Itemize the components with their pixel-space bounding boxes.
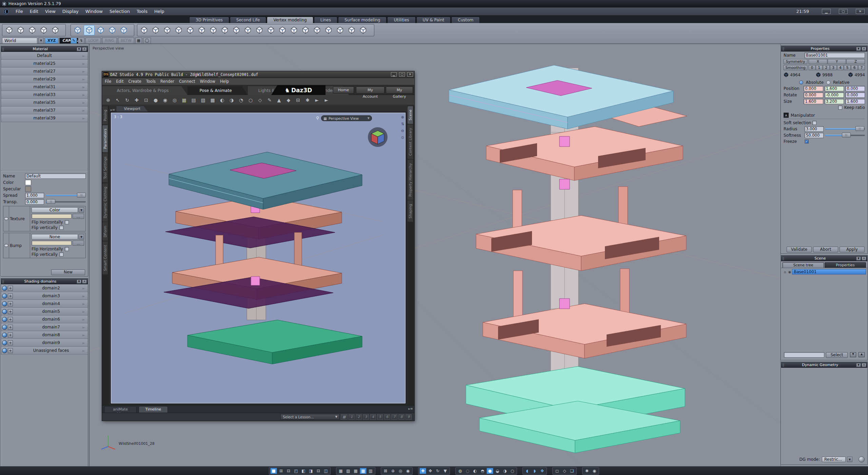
axis-button[interactable]: Z: [846, 59, 865, 64]
cube-primitive-icon[interactable]: [72, 25, 83, 35]
displace-tool-icon[interactable]: [335, 25, 346, 35]
smoothing-level-button[interactable]: 0: [809, 65, 815, 70]
close-icon[interactable]: ✕: [856, 9, 865, 14]
daz-titlebar[interactable]: DS DAZ Studio 4.9 Pro Public Build - Zdg…: [102, 71, 414, 78]
bump-mode-select[interactable]: None: [32, 234, 78, 240]
lesson-number-button[interactable]: 5: [377, 414, 383, 420]
edge-tool-icon[interactable]: [300, 25, 311, 35]
material-panel-header[interactable]: ⣿ Material ▼ ✕: [1, 46, 88, 52]
shading-domain-row[interactable]: +domain6►: [1, 316, 88, 323]
flat-sphere-icon[interactable]: ◐: [472, 468, 478, 474]
texture-icon[interactable]: ▧: [199, 96, 207, 104]
wireframe-sphere-icon[interactable]: ◍: [457, 468, 463, 474]
flip-v-checkbox[interactable]: [59, 252, 63, 256]
thickness-tool-icon[interactable]: [196, 25, 207, 35]
grid-paper-icon[interactable]: ▦: [337, 468, 344, 474]
lock-icon[interactable]: ⌂: [783, 270, 787, 274]
texture-browse-button[interactable]: ...: [73, 214, 84, 219]
ribbon-tab[interactable]: Utilities: [387, 17, 415, 23]
daz-side-tab[interactable]: Tool Settings: [102, 153, 108, 183]
menu-item[interactable]: File: [105, 79, 111, 84]
scene-tree-row[interactable]: ⌂ ◉ Base01001: [783, 269, 866, 275]
close-icon[interactable]: ✕: [407, 72, 413, 77]
add-icon[interactable]: +: [8, 348, 13, 353]
extrude-tool-icon[interactable]: [139, 25, 150, 35]
dissolve-tool-icon[interactable]: [289, 25, 299, 35]
copy-tool-icon[interactable]: [265, 25, 276, 35]
collapse-icon[interactable]: ▼: [856, 47, 861, 51]
bridge-tool-icon[interactable]: [162, 25, 173, 35]
up-arrow-icon[interactable]: ▲: [859, 352, 865, 357]
center-selection-icon[interactable]: ⊕: [390, 468, 396, 474]
shading-domain-row[interactable]: +domain5►: [1, 308, 88, 316]
texture-mode-select[interactable]: Color: [32, 207, 78, 213]
universal-manipulator-icon[interactable]: ✚: [419, 468, 426, 474]
world-select[interactable]: World: [2, 38, 37, 44]
weld-tool-icon[interactable]: [277, 25, 288, 35]
material-ball-icon[interactable]: [859, 456, 865, 462]
lasso-icon[interactable]: ↯: [78, 38, 84, 44]
transp-field[interactable]: 0.000: [25, 199, 44, 205]
lesson-number-button[interactable]: 4: [370, 414, 376, 420]
scale-tool-icon[interactable]: ⊡: [142, 96, 150, 104]
soft-selection-checkbox[interactable]: [812, 121, 816, 125]
bevel-tool-icon[interactable]: [150, 25, 161, 35]
home-button[interactable]: Home: [333, 87, 354, 94]
menu-item[interactable]: Render: [160, 79, 174, 84]
close-icon[interactable]: ✕: [862, 363, 866, 367]
look-at-icon[interactable]: ◉: [405, 468, 411, 474]
material-row[interactable]: material29►: [1, 75, 88, 83]
collapse-icon[interactable]: ▼: [856, 256, 861, 261]
group-icon[interactable]: ◇: [256, 96, 264, 104]
align-icon[interactable]: ▤: [190, 96, 198, 104]
softness-field[interactable]: 50.000: [805, 133, 824, 138]
my-account-button[interactable]: My Account: [356, 87, 384, 94]
relative-radio[interactable]: [826, 80, 830, 84]
boolean-tool-icon[interactable]: [231, 25, 242, 35]
close-icon[interactable]: ✕: [862, 256, 866, 261]
expand-arrow-icon[interactable]: ►: [82, 70, 85, 73]
drop-down-icon[interactable]: ▼: [442, 468, 449, 474]
axis-button[interactable]: Y: [828, 59, 846, 64]
expand-arrow-icon[interactable]: ►: [82, 77, 85, 81]
dg-mode-select[interactable]: Restric...: [822, 457, 846, 462]
material-row[interactable]: material25►: [1, 60, 88, 68]
new-material-button[interactable]: New: [51, 269, 85, 275]
bump-dropdown-icon[interactable]: ▼: [79, 234, 84, 240]
menu-item[interactable]: File: [16, 9, 23, 14]
duplicate-display-icon[interactable]: ❏: [569, 468, 575, 474]
material-row[interactable]: material37►: [1, 107, 88, 114]
x-value-field[interactable]: 0.000: [804, 86, 823, 91]
z-value-field[interactable]: 1.600: [845, 99, 865, 104]
x-value-field[interactable]: 1.600: [804, 99, 823, 104]
color-swatch[interactable]: [25, 180, 31, 185]
hexagon-viewport[interactable]: Perspective view: [89, 44, 781, 466]
smoothing-level-button[interactable]: 1: [816, 65, 823, 70]
material-row[interactable]: material33►: [1, 91, 88, 99]
object-name-field[interactable]: Base01001: [805, 53, 865, 58]
snap-tool-icon[interactable]: [346, 25, 357, 35]
expand-arrow-icon[interactable]: ►: [82, 325, 85, 329]
maximize-icon[interactable]: ▢: [839, 9, 848, 14]
circle-select-icon[interactable]: ◯: [143, 38, 151, 44]
grid-snap-icon[interactable]: ▥: [367, 468, 374, 474]
my-gallery-button[interactable]: My Gallery: [386, 87, 413, 94]
gray-sphere-icon[interactable]: ◑: [501, 468, 508, 474]
close-icon[interactable]: ✕: [82, 47, 87, 51]
activity-tab[interactable]: Pose & Animate: [188, 86, 248, 95]
menu-item[interactable]: Display: [62, 9, 79, 14]
lesson-number-button[interactable]: 7: [391, 414, 397, 420]
add-icon[interactable]: +: [8, 286, 13, 291]
cylinder-primitive-icon[interactable]: [95, 25, 106, 35]
left-split-icon[interactable]: ◧: [300, 468, 307, 474]
material-sphere-icon[interactable]: [2, 293, 7, 299]
loop-button[interactable]: LOOP: [85, 38, 101, 44]
shading-domain-row[interactable]: +Unassigned faces►: [1, 347, 88, 355]
add-icon[interactable]: +: [8, 309, 13, 314]
material-name-field[interactable]: Default: [25, 173, 86, 179]
edge-mode-icon[interactable]: ◗: [531, 468, 538, 474]
figure-icon[interactable]: ○: [246, 96, 255, 104]
smoothing-level-button[interactable]: 6: [851, 65, 858, 70]
decimate-tool-icon[interactable]: [323, 25, 334, 35]
dg-dropdown-icon[interactable]: ▼: [847, 457, 852, 462]
